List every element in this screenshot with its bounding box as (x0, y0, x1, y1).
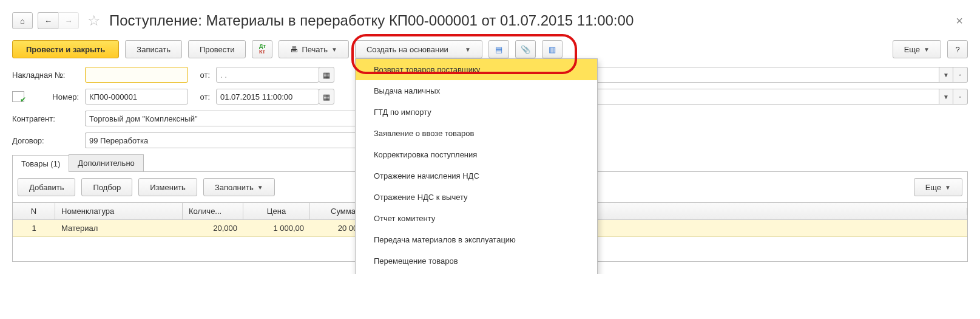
menu-item-gtd[interactable]: ГТД по импорту (356, 101, 597, 123)
calendar-button-2[interactable]: ▦ (319, 89, 334, 105)
menu-item-correction[interactable]: Корректировка поступления (356, 144, 597, 165)
more-button[interactable]: Еще ▼ (893, 40, 941, 58)
dtkt-button[interactable]: ДтКт (252, 40, 272, 58)
cell-n: 1 (13, 220, 55, 236)
fill-button[interactable]: Заполнить ▼ (203, 178, 275, 196)
printer-icon: 🖶 (290, 45, 298, 54)
attach-button[interactable]: 📎 (515, 40, 536, 58)
menu-item-import-statement[interactable]: Заявление о ввозе товаров (356, 123, 597, 144)
star-icon[interactable]: ☆ (87, 12, 101, 29)
menu-item-commission-report[interactable]: Отчет комитенту (356, 208, 597, 229)
home-icon: ⌂ (20, 16, 25, 26)
create-from-button[interactable]: Создать на основании ▼ (355, 40, 482, 58)
col-n[interactable]: N (13, 203, 55, 219)
number-input[interactable]: КП00-000001 (85, 89, 188, 105)
chevron-down-icon: ▼ (331, 46, 337, 53)
print-label: Печать (302, 45, 328, 54)
main-toolbar: Провести и закрыть Записать Провести ДтК… (12, 40, 968, 58)
save-button[interactable]: Записать (125, 40, 182, 58)
invoice-no-input[interactable] (85, 67, 188, 83)
from-label-2: от: (194, 92, 210, 101)
paperclip-icon: 📎 (521, 45, 530, 54)
invoice-date-input[interactable]: . . (216, 67, 319, 83)
title-bar: ⌂ ← → ☆ Поступление: Материалы в перераб… (12, 12, 968, 29)
close-button[interactable]: × (951, 14, 968, 28)
date-input[interactable]: 01.07.2015 11:00:00 (216, 89, 319, 105)
open-button-2[interactable]: ▫ (953, 89, 968, 105)
menu-item-transfer[interactable]: Перемещение товаров (356, 250, 597, 272)
calendar-icon: ▦ (323, 70, 330, 80)
goods-more-button[interactable]: Еще ▼ (914, 178, 962, 196)
more-label: Еще (904, 45, 920, 54)
chevron-down-icon: ▼ (257, 184, 263, 191)
open-button-1[interactable]: ▫ (953, 67, 968, 83)
post-and-close-button[interactable]: Провести и закрыть (12, 40, 119, 58)
create-from-menu: Возврат товаров поставщику Выдача наличн… (355, 58, 598, 274)
structure-button[interactable]: ▥ (542, 40, 563, 58)
back-button[interactable]: ← (38, 12, 58, 29)
calendar-button-1[interactable]: ▦ (319, 67, 334, 83)
pick-button[interactable]: Подбор (81, 178, 132, 196)
print-button[interactable]: 🖶 Печать ▼ (279, 40, 349, 58)
counterparty-label: Контрагент: (12, 114, 79, 123)
chevron-down-icon: ▼ (924, 46, 930, 53)
invoice-label: Накладная №: (12, 70, 79, 80)
report-button[interactable]: ▤ (488, 40, 509, 58)
cell-price: 1 000,00 (243, 220, 310, 236)
create-from-label: Создать на основании (367, 45, 448, 54)
menu-item-materials-to-use[interactable]: Передача материалов в эксплуатацию (356, 229, 597, 250)
forward-button[interactable]: → (58, 12, 79, 29)
dtkt-icon: ДтКт (259, 44, 266, 55)
home-button[interactable]: ⌂ (12, 12, 33, 29)
menu-item-return[interactable]: Возврат товаров поставщику (356, 59, 597, 80)
change-button[interactable]: Изменить (138, 178, 197, 196)
post-button[interactable]: Провести (188, 40, 246, 58)
cell-item: Материал (55, 220, 183, 236)
chevron-down-icon: ▼ (945, 184, 951, 191)
fill-label: Заполнить (215, 183, 254, 192)
from-label-1: от: (194, 70, 210, 80)
menu-item-cash-out[interactable]: Выдача наличных (356, 80, 597, 101)
tab-goods[interactable]: Товары (1) (12, 155, 69, 172)
goods-more-label: Еще (925, 183, 941, 192)
add-button[interactable]: Добавить (18, 178, 75, 196)
arrow-right-icon: → (65, 16, 73, 26)
menu-item-vat-accrual[interactable]: Отражение начисления НДС (356, 165, 597, 187)
document-icon: ▤ (495, 45, 502, 54)
page-title: Поступление: Материалы в переработку КП0… (109, 12, 634, 29)
dropdown-button-1[interactable]: ▼ (939, 67, 953, 83)
arrow-left-icon: ← (44, 16, 52, 26)
help-button[interactable]: ? (947, 40, 968, 58)
cell-qty: 20,000 (183, 220, 243, 236)
col-item[interactable]: Номенклатура (55, 203, 183, 219)
menu-item-payment-order[interactable]: Платежное поручение (356, 272, 597, 274)
col-qty[interactable]: Количе... (183, 203, 243, 219)
col-price[interactable]: Цена (243, 203, 310, 219)
list-icon: ▥ (549, 45, 556, 54)
dropdown-button-2[interactable]: ▼ (939, 89, 953, 105)
posted-icon (12, 91, 24, 102)
contract-label: Договор: (12, 136, 79, 145)
menu-item-vat-deduction[interactable]: Отражение НДС к вычету (356, 187, 597, 208)
nav-group: ← → (38, 12, 79, 29)
number-label: Номер: (30, 92, 79, 101)
chevron-down-icon: ▼ (465, 46, 471, 53)
tab-extra[interactable]: Дополнительно (69, 154, 144, 171)
calendar-icon: ▦ (323, 92, 330, 101)
